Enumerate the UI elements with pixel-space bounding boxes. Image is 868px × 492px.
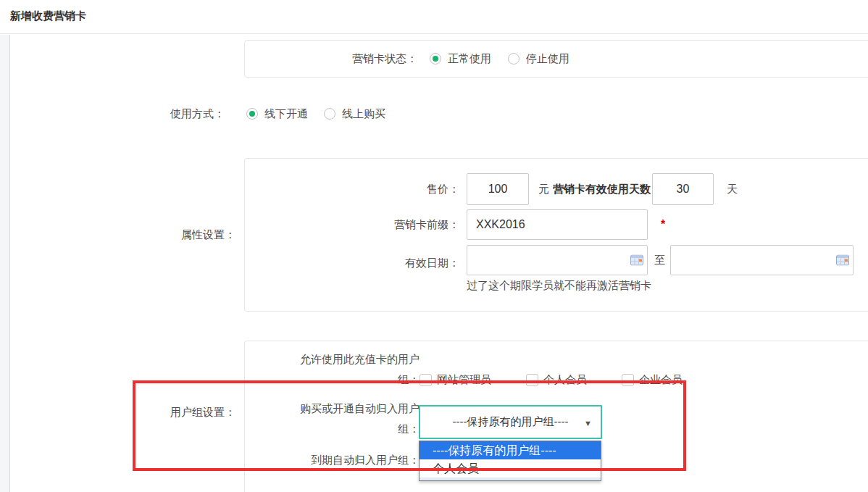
checkbox-site-admin[interactable] bbox=[420, 374, 432, 386]
join-group-selected-value: ----保持原有的用户组---- bbox=[453, 415, 569, 429]
expire-group-label: 到期自动归入用户组： bbox=[245, 454, 420, 467]
radio-offline-activate[interactable] bbox=[246, 108, 258, 120]
valid-days-input[interactable] bbox=[652, 173, 714, 205]
card-status-label: 营销卡状态： bbox=[245, 52, 417, 66]
price-row: 售价： 元 营销卡有效使用天数 天 bbox=[245, 172, 868, 206]
valid-days-unit-label: 天 bbox=[727, 183, 738, 196]
radio-offline-activate-label[interactable]: 线下开通 bbox=[264, 107, 308, 121]
calendar-icon[interactable] bbox=[630, 255, 643, 266]
dropdown-option-personal-member[interactable]: 个人会员 bbox=[420, 459, 601, 478]
valid-days-label: 营销卡有效使用天数 bbox=[553, 183, 651, 196]
prefix-input[interactable] bbox=[467, 209, 648, 240]
join-group-select[interactable]: ----保持原有的用户组---- ▼ bbox=[419, 405, 602, 439]
radio-online-purchase-label[interactable]: 线上购买 bbox=[342, 107, 385, 121]
page-title: 新增收费营销卡 bbox=[10, 9, 86, 23]
checkbox-personal-member[interactable] bbox=[526, 374, 538, 386]
usage-mode-row: 使用方式： 线下开通 线上购买 bbox=[0, 104, 464, 124]
checkbox-personal-member-label[interactable]: 个人会员 bbox=[543, 373, 587, 387]
checkbox-item: 企业会员 bbox=[622, 373, 683, 387]
radio-online-purchase[interactable] bbox=[324, 108, 335, 120]
attributes-section-label: 属性设置： bbox=[72, 228, 235, 242]
radio-normal-use[interactable] bbox=[430, 53, 441, 64]
valid-date-row: 有效日期： 至 bbox=[245, 244, 868, 276]
date-note: 过了这个期限学员就不能再激活营销卡 bbox=[467, 279, 651, 293]
price-unit-label: 元 bbox=[538, 183, 549, 196]
join-group-label: 购买或开通自动归入用户 组： bbox=[245, 399, 420, 439]
checkbox-site-admin-label[interactable]: 网站管理员 bbox=[437, 373, 491, 387]
dropdown-footer bbox=[420, 478, 601, 480]
dropdown-option-keep-group[interactable]: ----保持原有的用户组---- bbox=[420, 441, 601, 459]
allowed-groups-checkboxes: 网站管理员 个人会员 企业会员 bbox=[420, 373, 717, 387]
card-status-row: 营销卡状态： 正常使用 停止使用 bbox=[245, 41, 868, 77]
price-input[interactable] bbox=[467, 173, 529, 205]
radio-stop-use[interactable] bbox=[508, 53, 519, 64]
checkbox-item: 个人会员 bbox=[526, 373, 587, 387]
checkbox-item: 网站管理员 bbox=[420, 373, 491, 387]
checkbox-enterprise-member-label[interactable]: 企业会员 bbox=[639, 373, 683, 387]
valid-date-label: 有效日期： bbox=[245, 257, 459, 276]
date-start-input[interactable] bbox=[467, 245, 648, 275]
attributes-panel: 售价： 元 营销卡有效使用天数 天 营销卡前缀： * 有效日期： bbox=[244, 158, 868, 312]
usage-mode-label: 使用方式： bbox=[0, 107, 225, 121]
allowed-groups-label: 允许使用此充值卡的用户 组： bbox=[245, 349, 420, 390]
radio-stop-use-label[interactable]: 停止使用 bbox=[526, 52, 569, 66]
calendar-icon[interactable] bbox=[836, 255, 849, 266]
date-end-input[interactable] bbox=[670, 245, 854, 275]
price-label: 售价： bbox=[245, 183, 459, 196]
title-bar: 新增收费营销卡 bbox=[0, 0, 868, 34]
prefix-row: 营销卡前缀： * bbox=[245, 209, 868, 241]
card-status-panel: 营销卡状态： 正常使用 停止使用 bbox=[244, 40, 868, 78]
required-asterisk: * bbox=[661, 218, 665, 231]
prefix-label: 营销卡前缀： bbox=[245, 218, 459, 232]
checkbox-enterprise-member[interactable] bbox=[622, 374, 634, 386]
join-group-dropdown: ----保持原有的用户组---- 个人会员 bbox=[419, 441, 601, 481]
user-groups-panel: 允许使用此充值卡的用户 组： 网站管理员 个人会员 企业会员 购买或开通自动归入… bbox=[244, 341, 868, 492]
new-paid-marketing-card-page: 新增收费营销卡 营销卡状态： 正常使用 停止使用 使用方式： 线下开通 线上购买… bbox=[0, 0, 868, 492]
date-range-separator: 至 bbox=[654, 254, 665, 267]
chevron-down-icon: ▼ bbox=[584, 419, 592, 428]
radio-normal-use-label[interactable]: 正常使用 bbox=[448, 52, 491, 66]
user-groups-section-label: 用户组设置： bbox=[72, 406, 235, 420]
